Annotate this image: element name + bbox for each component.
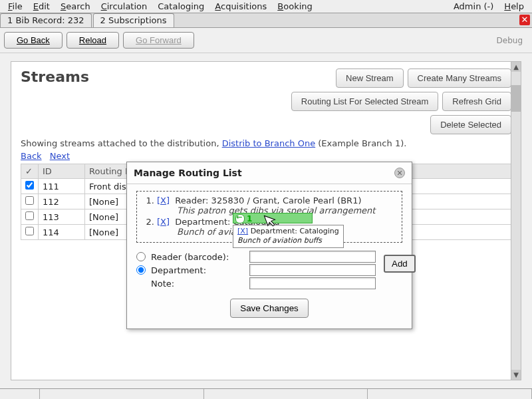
menu-booking[interactable]: Booking (272, 1, 317, 12)
menu-file[interactable]: File (3, 1, 28, 12)
scroll-down-icon[interactable]: ▼ (511, 370, 521, 380)
delete-selected-button[interactable]: Delete Selected (430, 115, 511, 134)
department-radio[interactable] (136, 265, 146, 275)
routing-item[interactable]: [X] Department: Cataloging Bunch of avia… (157, 217, 395, 237)
tab-subscriptions[interactable]: 2 Subscriptions (93, 13, 174, 27)
go-back-button[interactable]: Go Back (4, 32, 63, 49)
menu-help[interactable]: Help (499, 1, 529, 12)
status-bar (0, 388, 532, 399)
dialog-titlebar: Manage Routing List ✕ (127, 162, 412, 184)
reader-barcode-input[interactable] (249, 251, 376, 263)
grid-pager: Back Next (21, 151, 511, 161)
tab-bib-record[interactable]: 1 Bib Record: 232 (0, 13, 92, 27)
reader-label: Reader (barcode): (151, 252, 244, 262)
department-label: Department: (151, 265, 244, 275)
menu-acquisitions[interactable]: Acquisitions (209, 1, 272, 12)
vertical-scrollbar[interactable]: ▲ ▼ (511, 62, 521, 380)
row-checkbox[interactable] (25, 227, 34, 235)
row-checkbox[interactable] (25, 211, 34, 220)
next-link[interactable]: Next (50, 151, 70, 161)
menu-cataloging[interactable]: Cataloging (152, 1, 209, 12)
department-input[interactable] (249, 264, 376, 276)
routing-list-button[interactable]: Routing List For Selected Stream (291, 92, 438, 111)
save-changes-button[interactable]: Save Changes (230, 299, 308, 318)
showing-text: Showing streams attached to the distribu… (21, 138, 511, 148)
routing-list-box: [X] Reader: 325830 / Grant, Carole Pearl… (136, 191, 402, 243)
back-link[interactable]: Back (21, 151, 42, 161)
menubar-right: Admin (-) Help (448, 1, 529, 12)
add-button[interactable]: Add (384, 255, 416, 273)
row-checkbox[interactable] (25, 181, 34, 190)
remove-item-link[interactable]: [X] (157, 217, 170, 227)
manage-routing-list-dialog: Manage Routing List ✕ [X] Reader: 325830… (126, 162, 412, 329)
menu-admin[interactable]: Admin (-) (448, 1, 499, 12)
go-forward-button: Go Forward (123, 32, 194, 49)
scroll-thumb[interactable] (511, 85, 521, 112)
remove-item-link[interactable]: [X] (157, 196, 170, 205)
distribution-link[interactable]: Distrib to Branch One (222, 138, 315, 148)
col-check: ✓ (21, 164, 39, 179)
dialog-title: Manage Routing List (134, 168, 242, 178)
menu-circulation[interactable]: Circulation (96, 1, 153, 12)
reader-radio[interactable] (136, 252, 146, 261)
navbar: Go Back Reload Go Forward Debug (0, 28, 532, 53)
row-checkbox[interactable] (25, 196, 34, 205)
menu-edit[interactable]: Edit (28, 1, 55, 12)
action-buttons: New Stream Create Many Streams Routing L… (291, 68, 511, 134)
close-tab-button[interactable]: ✕ (519, 15, 530, 25)
create-many-streams-button[interactable]: Create Many Streams (408, 68, 511, 88)
dialog-close-button[interactable]: ✕ (394, 168, 405, 178)
note-label: Note: (151, 279, 244, 289)
reload-button[interactable]: Reload (66, 32, 119, 49)
tabbar: 1 Bib Record: 232 2 Subscriptions ✕ (0, 13, 532, 28)
refresh-grid-button[interactable]: Refresh Grid (442, 92, 511, 111)
col-id: ID (39, 164, 85, 179)
note-input[interactable] (249, 277, 376, 289)
debug-link[interactable]: Debug (497, 36, 528, 45)
menubar-left: File Edit Search Circulation Cataloging … (3, 1, 318, 12)
new-stream-button[interactable]: New Stream (336, 68, 404, 88)
routing-item[interactable]: [X] Reader: 325830 / Grant, Carole Pearl… (157, 196, 395, 215)
menu-search[interactable]: Search (55, 1, 96, 12)
scroll-up-icon[interactable]: ▲ (511, 62, 521, 72)
menubar: File Edit Search Circulation Cataloging … (0, 0, 532, 13)
